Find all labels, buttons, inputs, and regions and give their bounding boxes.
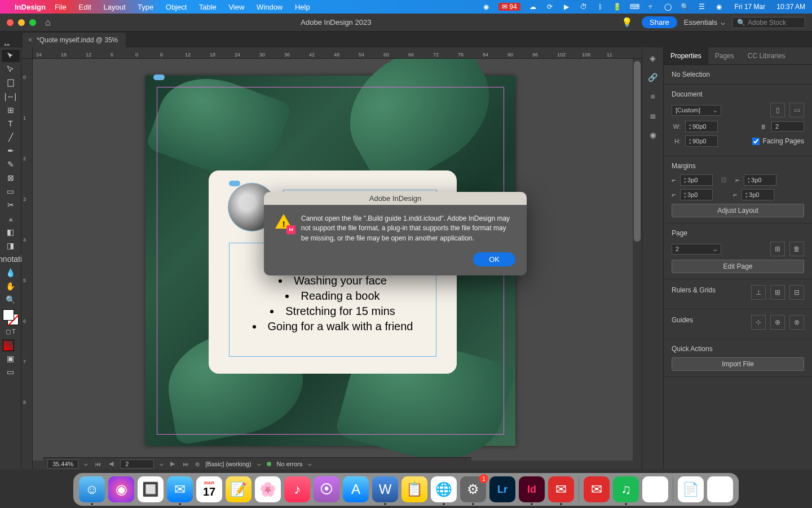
dialog-backdrop: Adobe InDesign !Id Cannot open the file … [0,0,812,508]
dock-music[interactable]: ♪ [284,476,310,502]
dock-siri[interactable]: ◉ [108,476,134,502]
dock-calendar[interactable]: MAR17 [196,476,222,502]
dock-finder[interactable]: ☺ [79,476,105,502]
dock-app-mail3[interactable]: ✉ [584,476,610,502]
dock-mail2[interactable]: ✉ [548,476,574,502]
dock-settings[interactable]: ⚙1 [460,476,486,502]
dock-mail[interactable]: ✉ [167,476,193,502]
dialog-title: Adobe InDesign [264,192,527,205]
dialog-message: Cannot open the file ".Build guide 1.ind… [301,214,515,243]
dock-document[interactable]: 📄 [678,476,704,502]
dock-preview[interactable]: 🖼 [642,476,668,502]
dock-trash[interactable]: 🗑 [707,476,733,502]
dock-separator [579,477,579,502]
dock-badge: 1 [479,474,488,483]
dock-photos[interactable]: 🌸 [255,476,281,502]
dock-chrome[interactable]: 🌐 [431,476,457,502]
dock-notes[interactable]: 📝 [226,476,251,502]
dock-spotify[interactable]: ♫ [613,476,639,502]
error-dialog: Adobe InDesign !Id Cannot open the file … [264,192,527,275]
dock-stickies[interactable]: 📋 [401,476,427,502]
dock-podcasts[interactable]: ⦿ [314,476,339,502]
dock: ☺ ◉ 🔲 ✉ MAR17 📝 🌸 ♪ ⦿ A W 📋 🌐 ⚙1 Lr Id ✉… [73,473,739,506]
dock-lightroom[interactable]: Lr [489,476,515,502]
dock-appstore[interactable]: A [343,476,369,502]
dock-word[interactable]: W [372,476,398,502]
dock-separator [673,477,673,502]
dock-indesign[interactable]: Id [519,476,545,502]
warning-icon: !Id [275,214,293,232]
dock-launchpad[interactable]: 🔲 [138,476,164,502]
ok-button[interactable]: OK [473,252,515,266]
